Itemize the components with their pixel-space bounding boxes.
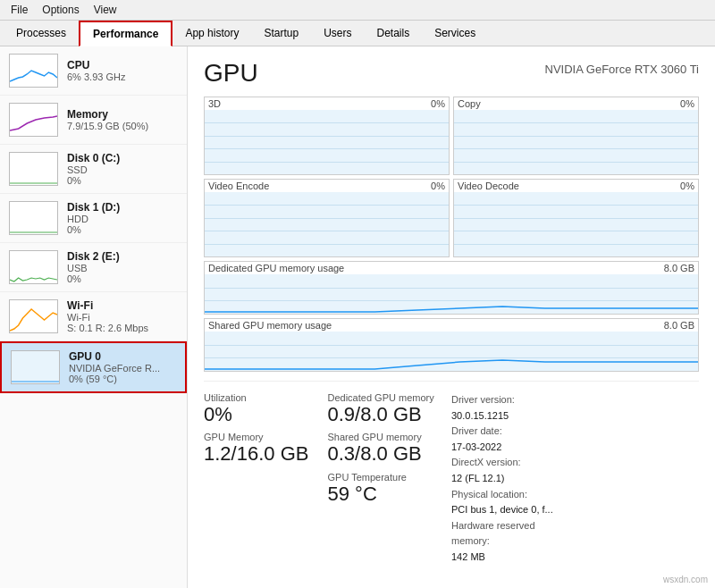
graph-dedicated-mem-area (205, 274, 698, 314)
gpu-val: 0% (59 °C) (69, 374, 176, 384)
graph-vdecode-percent: 0% (680, 181, 694, 191)
graph-3d-area (205, 110, 449, 174)
stat-temp-label: GPU Temperature (328, 472, 445, 483)
sidebar-item-disk1[interactable]: Disk 1 (D:) HDD 0% (0, 194, 187, 243)
graph-copy-area (454, 110, 698, 174)
gpu-sub: NVIDIA GeForce R... (69, 363, 176, 374)
disk0-name: Disk 0 (C:) (67, 152, 178, 164)
stat-shared-value: 0.3/8.0 GB (328, 442, 445, 466)
graph-vdecode-title: Video Decode (458, 181, 519, 191)
disk2-val: 0% (67, 273, 178, 284)
driver-physical-val-row: PCI bus 1, device 0, f... (451, 502, 576, 518)
driver-hardware-value: 142 MB (451, 550, 485, 566)
sidebar: CPU 6% 3.93 GHz Memory 7.9/15.9 GB (50%) (0, 46, 188, 588)
menu-view[interactable]: View (87, 2, 124, 18)
watermark: wsxdn.com (663, 575, 708, 584)
driver-physical-row: Physical location: (451, 487, 576, 503)
graph-3d-title: 3D (208, 98, 221, 109)
graph-vencode: Video Encode 0% (204, 179, 450, 257)
driver-directx-val-row: 12 (FL 12.1) (451, 471, 576, 487)
stat-utilization: Utilization 0% GPU Memory 1.2/16.0 GB (204, 389, 328, 569)
menu-file[interactable]: File (4, 2, 35, 18)
graph-shared-mem-area (205, 332, 698, 371)
disk0-val: 0% (67, 175, 178, 186)
driver-version-label: Driver version: (451, 392, 515, 408)
graph-grid-middle: Video Encode 0% Video Decode 0% (204, 179, 699, 257)
stat-dedicated-value: 0.9/8.0 GB (328, 403, 445, 426)
sidebar-item-wifi[interactable]: Wi-Fi Wi-Fi S: 0.1 R: 2.6 Mbps (0, 292, 187, 341)
driver-physical-label: Physical location: (451, 487, 527, 503)
graph-3d-lines (205, 110, 449, 174)
driver-hardware-label: Hardware reserved memory: (451, 518, 576, 550)
tab-performance[interactable]: Performance (79, 21, 172, 46)
stat-gpu-memory-value: 1.2/16.0 GB (204, 442, 321, 466)
graph-shared-mem-label: Shared GPU memory usage 8.0 GB (205, 319, 698, 332)
driver-date-val-row: 17-03-2022 (451, 440, 576, 456)
driver-date-value: 17-03-2022 (451, 440, 501, 456)
disk1-name: Disk 1 (D:) (67, 201, 178, 214)
stat-utilization-label: Utilization (204, 392, 321, 403)
page-title: GPU (204, 59, 258, 88)
mem-name: Memory (67, 108, 178, 121)
sidebar-item-cpu[interactable]: CPU 6% 3.93 GHz (0, 46, 187, 96)
graph-dedicated-mem-title: Dedicated GPU memory usage (208, 263, 344, 273)
disk0-chart-thumb (9, 152, 58, 186)
tab-app-history[interactable]: App history (172, 21, 251, 46)
graph-copy-percent: 0% (680, 98, 694, 109)
disk0-sub: SSD (67, 164, 178, 175)
tab-users[interactable]: Users (311, 21, 364, 46)
tab-processes[interactable]: Processes (4, 21, 79, 46)
driver-physical-value: PCI bus 1, device 0, f... (451, 502, 553, 518)
sidebar-item-memory[interactable]: Memory 7.9/15.9 GB (50%) (0, 96, 187, 145)
graph-3d-percent: 0% (431, 98, 445, 109)
wifi-name: Wi-Fi (67, 299, 178, 312)
main-layout: CPU 6% 3.93 GHz Memory 7.9/15.9 GB (50%) (0, 46, 715, 588)
sidebar-item-disk0[interactable]: Disk 0 (C:) SSD 0% (0, 145, 187, 194)
driver-hardware-val-row: 142 MB (451, 550, 576, 566)
driver-directx-label: DirectX version: (451, 455, 521, 471)
driver-date-row: Driver date: (451, 424, 576, 440)
gpu-info: GPU 0 NVIDIA GeForce R... 0% (59 °C) (69, 350, 176, 384)
graph-vencode-title: Video Encode (208, 181, 269, 191)
cpu-name: CPU (67, 59, 178, 71)
disk2-sub: USB (67, 263, 178, 273)
graph-copy: Copy 0% (453, 97, 699, 175)
graph-3d: 3D 0% (204, 97, 450, 175)
cpu-chart-thumb (9, 54, 58, 88)
mem-info: Memory 7.9/15.9 GB (50%) (67, 108, 178, 131)
menu-bar: File Options View (0, 0, 715, 21)
disk0-info: Disk 0 (C:) SSD 0% (67, 152, 178, 186)
menu-options[interactable]: Options (35, 2, 86, 18)
cpu-info: CPU 6% 3.93 GHz (67, 59, 178, 82)
disk1-info: Disk 1 (D:) HDD 0% (67, 201, 178, 235)
disk2-chart-thumb (9, 250, 58, 284)
graph-copy-title: Copy (458, 98, 481, 109)
gpu-chart-thumb (11, 350, 60, 384)
mem-sub: 7.9/15.9 GB (50%) (67, 121, 178, 131)
tab-details[interactable]: Details (364, 21, 422, 46)
driver-version-row: Driver version: (451, 392, 576, 408)
graph-copy-label: Copy 0% (454, 97, 698, 110)
tab-startup[interactable]: Startup (251, 21, 311, 46)
sidebar-item-disk2[interactable]: Disk 2 (E:) USB 0% (0, 243, 187, 292)
driver-date-label: Driver date: (451, 424, 502, 440)
sidebar-item-gpu0[interactable]: GPU 0 NVIDIA GeForce R... 0% (59 °C) (0, 341, 187, 393)
cpu-sub: 6% 3.93 GHz (67, 71, 178, 82)
wifi-sub: Wi-Fi (67, 312, 178, 323)
graph-vdecode-lines (454, 192, 698, 256)
graph-copy-lines (454, 110, 698, 174)
wifi-val: S: 0.1 R: 2.6 Mbps (67, 323, 178, 333)
stat-dedicated-label: Dedicated GPU memory (328, 392, 445, 403)
driver-hardware-row: Hardware reserved memory: (451, 518, 576, 550)
graph-dedicated-mem: Dedicated GPU memory usage 8.0 GB (204, 261, 699, 315)
content-area: GPU NVIDIA GeForce RTX 3060 Ti 3D 0% (188, 46, 715, 588)
driver-version-value: 30.0.15.1215 (451, 408, 509, 424)
graph-vencode-lines (205, 192, 449, 256)
graph-shared-mem-title: Shared GPU memory usage (208, 320, 332, 331)
driver-directx-row: DirectX version: (451, 455, 576, 471)
graph-vencode-label: Video Encode 0% (205, 180, 449, 192)
mem-chart-thumb (9, 103, 58, 137)
stats-section: Utilization 0% GPU Memory 1.2/16.0 GB De… (204, 381, 699, 569)
tab-bar: Processes Performance App history Startu… (0, 21, 715, 46)
tab-services[interactable]: Services (422, 21, 488, 46)
